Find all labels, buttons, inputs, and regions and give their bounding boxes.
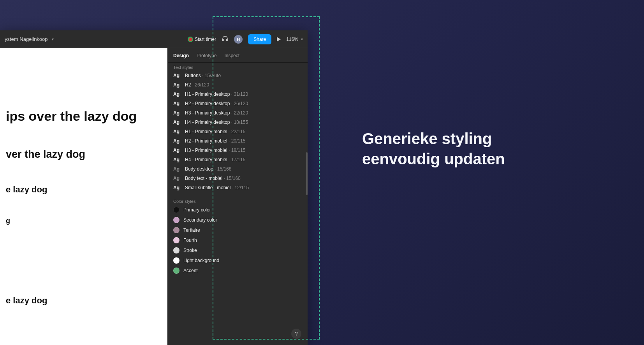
text-style-row[interactable]: AgBody text - mobiel · 15/160 [173, 176, 302, 181]
text-style-meta: · 12/115 [231, 185, 249, 190]
text-style-row[interactable]: AgSmall subtitle - mobiel · 12/115 [173, 185, 302, 190]
ag-icon: Ag [173, 185, 181, 190]
color-style-name: Accent [183, 268, 198, 273]
ag-icon: Ag [173, 166, 181, 172]
color-swatch [173, 268, 179, 274]
text-style-row[interactable]: AgH2 - Primairy mobiel · 20/115 [173, 138, 302, 144]
text-style-meta: · 20/115 [227, 138, 246, 144]
chevron-down-icon[interactable]: ▾ [52, 37, 54, 41]
toolbar-left: ystem Nagelinkoop ▾ [5, 36, 54, 42]
text-style-meta: · 26/120 [191, 82, 209, 88]
text-style-row[interactable]: AgH1 - Primairy desktop · 31/120 [173, 92, 302, 97]
zoom-level[interactable]: 116% ▾ [286, 37, 303, 42]
ag-icon: Ag [173, 82, 181, 88]
text-style-row[interactable]: AgBody desktop · 15/168 [173, 166, 302, 172]
share-button[interactable]: Share [248, 34, 271, 44]
text-style-row[interactable]: AgH4 - Primairy mobiel · 17/115 [173, 157, 302, 162]
tab-inspect[interactable]: Inspect [224, 53, 239, 58]
text-style-name: H4 - Primairy desktop [185, 120, 230, 125]
color-style-row[interactable]: Accent [173, 268, 302, 274]
color-style-name: Stroke [183, 248, 197, 253]
timer-label: Start timer [195, 37, 216, 42]
color-style-name: Tertiaire [183, 227, 200, 233]
text-style-name: H3 - Primairy desktop [185, 110, 230, 116]
text-style-meta: · 18/155 [230, 120, 248, 125]
ag-icon: Ag [173, 138, 181, 144]
color-swatch [173, 227, 179, 233]
text-style-meta: · 26/120 [230, 101, 248, 106]
sample-text-h3b: e lazy dog [6, 295, 158, 306]
text-style-row[interactable]: AgButtons · 15/Auto [173, 73, 302, 78]
text-style-name: Buttons [185, 73, 201, 78]
color-swatch [173, 237, 179, 243]
color-style-row[interactable]: Stroke [173, 247, 302, 253]
text-style-meta: · 31/120 [230, 92, 248, 97]
color-swatch [173, 247, 179, 253]
color-style-name: Light background [183, 258, 219, 263]
svg-rect-0 [223, 39, 224, 41]
color-style-row[interactable]: Tertiaire [173, 227, 302, 233]
toolbar: ystem Nagelinkoop ▾ Start timer H Share … [0, 30, 308, 48]
sample-text-h3: e lazy dog [6, 184, 158, 195]
ag-icon: Ag [173, 148, 181, 153]
timer-icon [188, 37, 193, 42]
color-swatch [173, 217, 179, 223]
color-style-name: Fourth [183, 238, 197, 243]
properties-panel: Design Prototype Inspect Text styles AgB… [167, 48, 308, 345]
color-style-row[interactable]: Fourth [173, 237, 302, 243]
text-style-row[interactable]: AgH1 - Primairy mobiel · 22/115 [173, 129, 302, 134]
tab-design[interactable]: Design [173, 53, 189, 58]
color-style-row[interactable]: Light background [173, 257, 302, 264]
text-style-list: AgButtons · 15/AutoAgH2 · 26/120AgH1 - P… [173, 73, 302, 190]
text-style-name: H2 [185, 82, 191, 88]
sample-text-h1: ips over the lazy dog [6, 108, 158, 125]
text-style-name: Body text - mobiel [185, 176, 222, 181]
canvas[interactable]: ips over the lazy dog ver the lazy dog e… [0, 48, 167, 345]
text-style-name: Body desktop [185, 166, 213, 172]
color-styles-title: Color styles [173, 199, 302, 204]
headline-line-1: Generieke styling [362, 128, 505, 149]
text-style-name: H3 - Primairy mobiel [185, 148, 227, 153]
ag-icon: Ag [173, 157, 181, 162]
color-style-name: Secondary color [183, 217, 217, 223]
ag-icon: Ag [173, 120, 181, 125]
text-style-name: H2 - Primairy desktop [185, 101, 230, 106]
app-window: ystem Nagelinkoop ▾ Start timer H Share … [0, 30, 308, 345]
panel-scroll[interactable]: Text styles AgButtons · 15/AutoAgH2 · 26… [168, 63, 308, 345]
zoom-value: 116% [286, 37, 298, 42]
ag-icon: Ag [173, 129, 181, 134]
text-style-row[interactable]: AgH2 - Primairy desktop · 26/120 [173, 101, 302, 106]
text-style-meta: · 15/Auto [201, 73, 221, 78]
ag-icon: Ag [173, 176, 181, 181]
text-style-row[interactable]: AgH3 - Primairy desktop · 22/120 [173, 110, 302, 116]
text-style-name: Small subtitle - mobiel [185, 185, 231, 190]
start-timer-button[interactable]: Start timer [188, 37, 216, 42]
text-style-meta: · 15/168 [213, 166, 232, 172]
ag-icon: Ag [173, 110, 181, 116]
panel-tabs: Design Prototype Inspect [168, 48, 308, 63]
ag-icon: Ag [173, 92, 181, 97]
headline-line-2: eenvoudig updaten [362, 149, 505, 169]
svg-rect-1 [227, 39, 228, 41]
scrollbar[interactable] [306, 152, 308, 195]
headphones-icon[interactable] [222, 35, 229, 43]
ag-icon: Ag [173, 73, 181, 78]
text-style-row[interactable]: AgH2 · 26/120 [173, 82, 302, 88]
text-style-meta: · 18/115 [227, 148, 246, 153]
color-style-row[interactable]: Primary color [173, 207, 302, 213]
text-style-meta: · 15/160 [222, 176, 241, 181]
tab-prototype[interactable]: Prototype [197, 53, 216, 58]
toolbar-right: Start timer H Share 116% ▾ [188, 34, 303, 44]
document-title[interactable]: ystem Nagelinkoop [5, 36, 48, 42]
avatar[interactable]: H [234, 35, 243, 44]
text-style-name: H2 - Primairy mobiel [185, 138, 227, 144]
text-styles-title: Text styles [173, 65, 302, 70]
help-button[interactable]: ? [291, 329, 301, 339]
text-style-meta: · 22/120 [230, 110, 248, 116]
text-style-row[interactable]: AgH3 - Primairy mobiel · 18/115 [173, 148, 302, 153]
color-style-row[interactable]: Secondary color [173, 217, 302, 223]
slide-headline: Generieke styling eenvoudig updaten [362, 128, 505, 169]
text-style-row[interactable]: AgH4 - Primairy desktop · 18/155 [173, 120, 302, 125]
play-icon[interactable] [277, 37, 281, 42]
text-style-name: H1 - Primairy desktop [185, 92, 230, 97]
